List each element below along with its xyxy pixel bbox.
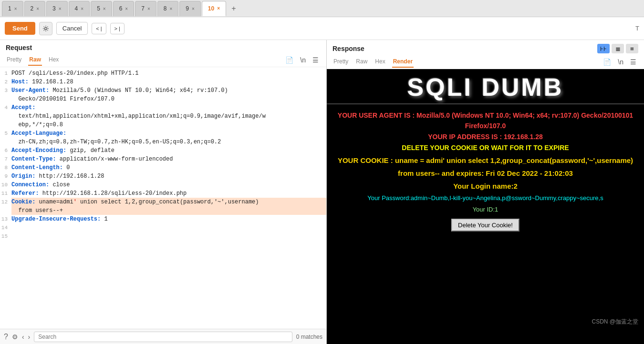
tab-hex[interactable]: Hex: [48, 54, 60, 66]
code-line-10: 10 Connection: close: [0, 181, 326, 189]
delete-cookie-button[interactable]: Delete Your Cookie!: [451, 219, 519, 232]
tab-10[interactable]: 10 ×: [202, 1, 226, 16]
code-line-7: 7 Content-Type: application/x-www-form-u…: [0, 155, 326, 163]
close-tab-4[interactable]: ×: [81, 6, 83, 11]
code-line-11: 11 Referer: http://192.168.1.28/sqli/Les…: [0, 189, 326, 198]
response-tabs-row: Pretty Raw Hex Render 📄 \n ☰: [327, 55, 644, 69]
user-agent-info: YOUR USER AGENT IS : Mozilla/5.0 (Window…: [334, 110, 636, 132]
cookie-warning: DELETE YOUR COOKIE OR WAIT FOR IT TO EXP…: [334, 142, 636, 154]
response-body: YOUR USER AGENT IS : Mozilla/5.0 (Window…: [327, 104, 644, 344]
view-list-button[interactable]: ≣: [612, 44, 624, 53]
response-content: SQLI DUMB YOUR USER AGENT IS : Mozilla/5…: [327, 69, 644, 344]
tab-pretty[interactable]: Pretty: [6, 54, 22, 66]
response-tab-render[interactable]: Render: [392, 56, 414, 68]
response-ln-button[interactable]: \n: [616, 57, 625, 67]
close-tab-6[interactable]: ×: [125, 6, 128, 11]
cookie-value: YOUR COOKIE : uname = admi' union select…: [334, 154, 636, 180]
response-title: Response: [332, 45, 364, 52]
code-line-14: 14: [0, 223, 326, 232]
ip-info: YOUR IP ADDRESS IS : 192.168.1.28: [334, 132, 636, 142]
toolbar: Send Cancel < | > | T: [0, 17, 644, 40]
request-icons: 📄 \n ☰: [283, 55, 321, 65]
request-tabs-row: Pretty Raw Hex 📄 \n ☰: [0, 53, 326, 67]
help-icon[interactable]: ?: [4, 333, 8, 341]
gear-icon: [42, 25, 49, 32]
tab-6[interactable]: 6 ×: [113, 1, 135, 16]
response-wrapper: SQLI DUMB YOUR USER AGENT IS : Mozilla/5…: [327, 69, 644, 344]
svg-point-0: [44, 27, 47, 30]
tab-3[interactable]: 3 ×: [46, 1, 68, 16]
nav-fwd-button[interactable]: > |: [110, 23, 125, 34]
close-tab-5[interactable]: ×: [103, 6, 106, 11]
bottom-bar: ? ⚙ ‹ › 0 matches: [0, 329, 326, 344]
response-menu-button[interactable]: ☰: [628, 57, 638, 67]
password-line: Your Password:admin~Dumb,I-kill-you~Ange…: [334, 192, 636, 203]
view-compact-button[interactable]: ≡: [626, 44, 638, 53]
code-line-9: 9 Origin: http://192.168.1.28: [0, 172, 326, 181]
login-name: Your Login name:2: [334, 180, 636, 192]
tab-1[interactable]: 1 ×: [2, 1, 23, 16]
code-line-12: 12 Cookie: uname=admi' union select 1,2,…: [0, 198, 326, 215]
response-header: Response ⊦⊦ ≣ ≡: [327, 40, 644, 55]
code-line-15: 15: [0, 232, 326, 241]
code-line-8: 8 Content-Length: 0: [0, 163, 326, 172]
code-line-5: 5 Accept-Language: zh-CN,zh;q=0.8,zh-TW;…: [0, 129, 326, 146]
sqli-banner: SQLI DUMB: [327, 69, 644, 104]
nav-back-button[interactable]: < |: [92, 23, 106, 34]
toolbar-right-label: T: [635, 25, 639, 32]
response-icons: 📄 \n ☰: [601, 57, 638, 67]
close-tab-7[interactable]: ×: [147, 6, 150, 11]
response-tab-raw[interactable]: Raw: [355, 56, 368, 68]
nav-right-icon[interactable]: ›: [28, 333, 31, 341]
main-content: Request Pretty Raw Hex 📄 \n ☰ 1 POST /sq…: [0, 40, 644, 344]
close-tab-3[interactable]: ×: [59, 6, 62, 11]
search-input[interactable]: [34, 332, 292, 342]
request-code-area[interactable]: 1 POST /sqli/Less-20/index.php HTTP/1.1 …: [0, 67, 326, 329]
code-line-6: 6 Accept-Encoding: gzip, deflate: [0, 146, 326, 155]
response-doc-icon[interactable]: 📄: [601, 57, 613, 67]
ln-button[interactable]: \n: [298, 55, 308, 65]
request-panel: Request Pretty Raw Hex 📄 \n ☰ 1 POST /sq…: [0, 40, 327, 344]
tab-9[interactable]: 9 ×: [179, 1, 201, 16]
tab-raw[interactable]: Raw: [28, 54, 42, 66]
code-line-13: 13 Upgrade-Insecure-Requests: 1: [0, 215, 326, 223]
doc-icon-button[interactable]: 📄: [283, 55, 295, 65]
watermark: CSDN @伽蓝之堂: [592, 318, 638, 326]
tab-7[interactable]: 7 ×: [135, 1, 156, 16]
tab-2[interactable]: 2 ×: [24, 1, 46, 16]
response-header-icons: ⊦⊦ ≣ ≡: [597, 44, 638, 53]
cancel-button[interactable]: Cancel: [56, 22, 88, 35]
nav-left-icon[interactable]: ‹: [22, 333, 24, 341]
code-line-3: 3 User-Agent: Mozilla/5.0 (Windows NT 10…: [0, 86, 326, 103]
view-grid-button[interactable]: ⊦⊦: [597, 44, 610, 53]
code-line-1: 1 POST /sqli/Less-20/index.php HTTP/1.1: [0, 69, 326, 78]
tab-8[interactable]: 8 ×: [157, 1, 179, 16]
close-tab-1[interactable]: ×: [14, 6, 17, 11]
code-line-4: 4 Accept: text/html,application/xhtml+xm…: [0, 103, 326, 129]
close-tab-2[interactable]: ×: [36, 6, 39, 11]
id-line: Your ID:1: [334, 204, 636, 215]
close-tab-9[interactable]: ×: [192, 6, 195, 11]
menu-icon-button[interactable]: ☰: [311, 55, 321, 65]
add-tab-button[interactable]: +: [227, 2, 240, 15]
response-tab-pretty[interactable]: Pretty: [332, 56, 349, 68]
response-panel: Response ⊦⊦ ≣ ≡ Pretty Raw Hex Render 📄 …: [327, 40, 644, 344]
code-line-2: 2 Host: 192.168.1.28: [0, 78, 326, 86]
close-tab-8[interactable]: ×: [169, 6, 172, 11]
tab-bar: 1 × 2 × 3 × 4 × 5 × 6 × 7 × 8 × 9 × 10 ×…: [0, 0, 644, 17]
tab-4[interactable]: 4 ×: [69, 1, 90, 16]
send-button[interactable]: Send: [5, 22, 35, 35]
tab-5[interactable]: 5 ×: [91, 1, 112, 16]
settings-icon[interactable]: ⚙: [12, 333, 18, 341]
match-count: 0 matches: [296, 334, 322, 340]
request-title: Request: [0, 40, 326, 53]
close-tab-10[interactable]: ×: [217, 6, 220, 11]
response-tab-hex[interactable]: Hex: [374, 56, 386, 68]
gear-button[interactable]: [39, 22, 52, 35]
